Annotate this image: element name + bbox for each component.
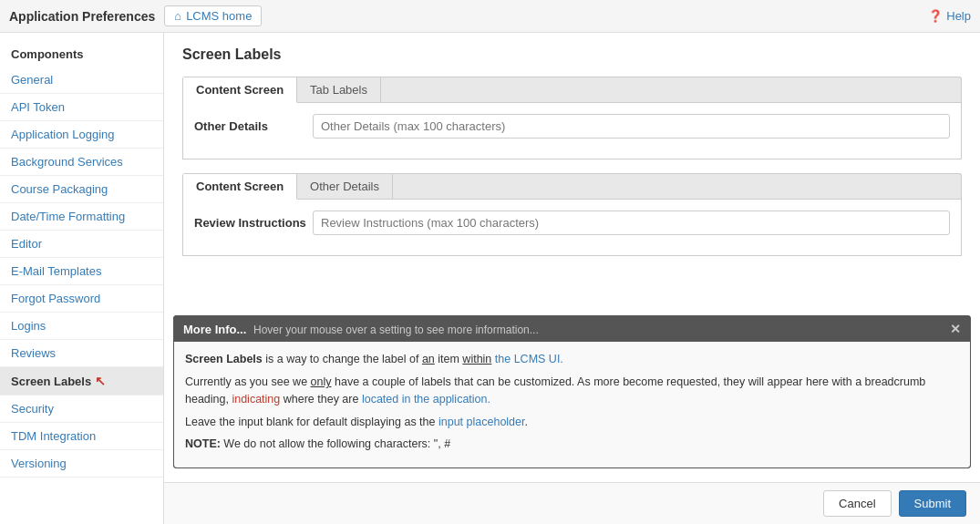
other-details-row: Other Details [194, 114, 950, 139]
section2-tab-bar: Content ScreenOther Details [182, 173, 962, 199]
help-button[interactable]: ❓ Help [928, 9, 971, 23]
more-info-subtitle: Hover your mouse over a setting to see m… [253, 324, 539, 336]
more-info-line1: Screen Labels is a way to change the lab… [185, 351, 959, 368]
sidebar-heading: Components [0, 42, 163, 67]
sidebar-item[interactable]: Application Logging [0, 121, 163, 149]
section2-tab-content: Review Instructions [182, 199, 962, 256]
tab-item[interactable]: Tab Labels [297, 77, 381, 102]
sidebar-item[interactable]: Reviews [0, 340, 163, 367]
more-info-line4: NOTE: We do not allow the following char… [185, 436, 959, 453]
help-icon: ❓ [928, 9, 943, 23]
app-title: Application Preferences [9, 9, 155, 24]
more-info-line3: Leave the input blank for default displa… [185, 414, 959, 431]
tab-item[interactable]: Other Details [297, 174, 393, 199]
sidebar-item[interactable]: API Token [0, 94, 163, 121]
sidebar: Components GeneralAPI TokenApplication L… [0, 33, 164, 524]
section1-tab-content: Other Details [182, 102, 962, 159]
review-instructions-row: Review Instructions [194, 211, 950, 235]
sidebar-item[interactable]: General [0, 67, 163, 94]
cancel-button[interactable]: Cancel [823, 490, 891, 517]
bottom-bar: Cancel Submit [164, 482, 980, 524]
home-nav[interactable]: ⌂ LCMS home [164, 5, 262, 26]
more-info-box: More Info... Hover your mouse over a set… [173, 315, 971, 468]
review-instructions-input[interactable] [313, 211, 950, 235]
home-icon: ⌂ [174, 9, 181, 23]
tab-item[interactable]: Content Screen [183, 77, 297, 103]
right-panel: Screen Labels Content ScreenTab Labels O… [164, 33, 980, 524]
more-info-close[interactable]: ✕ [950, 322, 961, 336]
submit-button[interactable]: Submit [899, 490, 966, 517]
sidebar-item[interactable]: Versioning [0, 450, 163, 478]
section1-tab-bar: Content ScreenTab Labels [182, 77, 962, 102]
more-info-header: More Info... Hover your mouse over a set… [174, 316, 970, 342]
content-area: Screen Labels Content ScreenTab Labels O… [164, 33, 980, 482]
sidebar-item[interactable]: Background Services [0, 149, 163, 176]
more-info-title: More Info... [183, 323, 246, 336]
section1: Content ScreenTab Labels Other Details [182, 77, 962, 159]
section2: Content ScreenOther Details Review Instr… [182, 173, 962, 256]
home-label: LCMS home [186, 9, 252, 23]
more-info-line2: Currently as you see we only have a coup… [185, 374, 959, 408]
sidebar-item[interactable]: Forgot Password [0, 285, 163, 313]
help-label: Help [946, 9, 971, 23]
review-instructions-label: Review Instructions [194, 216, 313, 230]
sidebar-item[interactable]: Editor [0, 231, 163, 258]
sidebar-item[interactable]: E-Mail Templates [0, 258, 163, 285]
tab-item[interactable]: Content Screen [183, 174, 297, 200]
sidebar-item[interactable]: Logins [0, 313, 163, 340]
sidebar-item[interactable]: Course Packaging [0, 176, 163, 203]
other-details-label: Other Details [194, 119, 313, 133]
sidebar-item[interactable]: Date/Time Formatting [0, 203, 163, 231]
sidebar-item[interactable]: TDM Integration [0, 423, 163, 450]
more-info-body: Screen Labels is a way to change the lab… [174, 342, 970, 467]
other-details-input[interactable] [313, 114, 950, 139]
page-title: Screen Labels [182, 46, 962, 63]
sidebar-item[interactable]: Security [0, 396, 163, 423]
sidebar-item[interactable]: Screen Labels ↖ [0, 367, 163, 396]
arrow-icon: ↖ [95, 374, 106, 388]
